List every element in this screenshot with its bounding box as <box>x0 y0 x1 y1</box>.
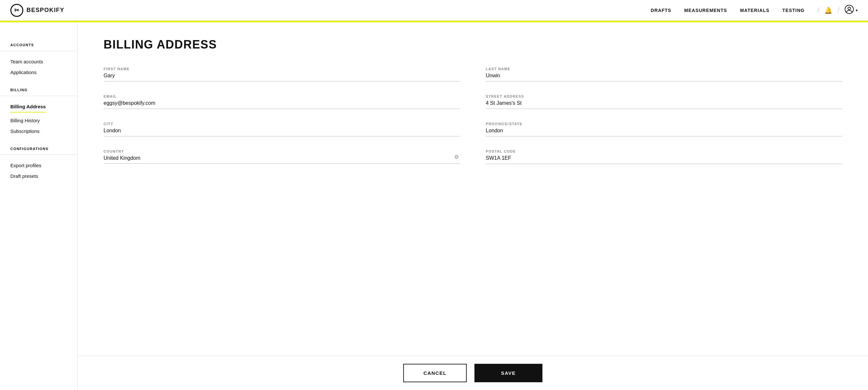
label-last-name: LAST NAME <box>486 67 842 71</box>
footer-actions: CANCEL SAVE <box>78 356 868 390</box>
nav-measurements[interactable]: MEASUREMENTS <box>684 8 727 13</box>
label-postal-code: POSTAL CODE <box>486 150 842 153</box>
field-first-name: FIRST NAME <box>103 67 460 82</box>
slash-icon-1: / <box>817 6 819 14</box>
label-email: EMAIL <box>103 94 460 98</box>
country-select-wrap: United Kingdom United States France Germ… <box>103 155 460 164</box>
field-country: COUNTRY United Kingdom United States Fra… <box>103 150 460 164</box>
notification-icon[interactable]: 🔔 <box>824 6 832 14</box>
sidebar-item-team-accounts[interactable]: Team accounts <box>0 56 78 67</box>
user-icon <box>845 5 854 15</box>
chevron-down-icon: ▾ <box>856 8 858 12</box>
nav-drafts[interactable]: DRAFTS <box>651 8 672 13</box>
input-city[interactable] <box>103 128 460 136</box>
label-street-address: STREET ADDRESS <box>486 94 842 98</box>
nav-testing[interactable]: TESTING <box>782 8 805 13</box>
sidebar-item-billing-address[interactable]: Billing Address <box>10 101 45 112</box>
sidebar: ACCOUNTS Team accounts Applications BILL… <box>0 22 78 390</box>
label-province-state: PROVINCE/STATE <box>486 122 842 126</box>
billing-address-form: FIRST NAME LAST NAME EMAIL STREET ADDRES… <box>103 67 842 164</box>
save-button[interactable]: SAVE <box>474 364 542 382</box>
field-email: EMAIL <box>103 94 460 109</box>
input-postal-code[interactable] <box>486 155 842 164</box>
user-menu[interactable]: ▾ <box>845 5 858 15</box>
input-province-state[interactable] <box>486 128 842 136</box>
sidebar-item-draft-presets[interactable]: Draft presets <box>0 171 78 182</box>
sidebar-item-billing-history[interactable]: Billing History <box>0 115 78 126</box>
slash-icon-2: / <box>838 6 839 14</box>
sidebar-divider-2 <box>0 96 78 96</box>
sidebar-divider-3 <box>0 155 78 155</box>
field-postal-code: POSTAL CODE <box>486 150 842 164</box>
nav-materials[interactable]: MATERIALS <box>740 8 770 13</box>
sidebar-item-subscriptions[interactable]: Subscriptions <box>0 126 78 136</box>
field-province-state: PROVINCE/STATE <box>486 122 842 136</box>
field-city: CITY <box>103 122 460 136</box>
label-country: COUNTRY <box>103 150 460 153</box>
topnav-icons: / 🔔 / ▾ <box>817 5 858 15</box>
sidebar-section-accounts: ACCOUNTS <box>0 43 78 51</box>
brand-name: BESPOKIFY <box>27 7 64 13</box>
nav-links: DRAFTS MEASUREMENTS MATERIALS TESTING <box>651 8 805 13</box>
label-city: CITY <box>103 122 460 126</box>
cancel-button[interactable]: CANCEL <box>403 364 467 382</box>
topnav: ✂ BESPOKIFY DRAFTS MEASUREMENTS MATERIAL… <box>0 0 868 21</box>
label-first-name: FIRST NAME <box>103 67 460 71</box>
main-content: BILLING ADDRESS FIRST NAME LAST NAME EMA… <box>78 22 868 390</box>
brand-logo[interactable]: ✂ BESPOKIFY <box>10 4 64 17</box>
field-last-name: LAST NAME <box>486 67 842 82</box>
sidebar-section-configurations: CONFIGURATIONS <box>0 147 78 155</box>
input-last-name[interactable] <box>486 73 842 82</box>
sidebar-item-export-profiles[interactable]: Export profiles <box>0 160 78 171</box>
page-title: BILLING ADDRESS <box>103 38 842 52</box>
logo-icon: ✂ <box>10 4 23 17</box>
sidebar-divider-1 <box>0 51 78 51</box>
sidebar-section-billing: BILLING <box>0 88 78 96</box>
page-layout: ACCOUNTS Team accounts Applications BILL… <box>0 22 868 390</box>
sidebar-item-applications[interactable]: Applications <box>0 67 78 77</box>
field-street-address: STREET ADDRESS <box>486 94 842 109</box>
select-country[interactable]: United Kingdom United States France Germ… <box>103 155 460 164</box>
input-email[interactable] <box>103 100 460 109</box>
input-street-address[interactable] <box>486 100 842 109</box>
input-first-name[interactable] <box>103 73 460 82</box>
svg-point-1 <box>848 7 850 10</box>
